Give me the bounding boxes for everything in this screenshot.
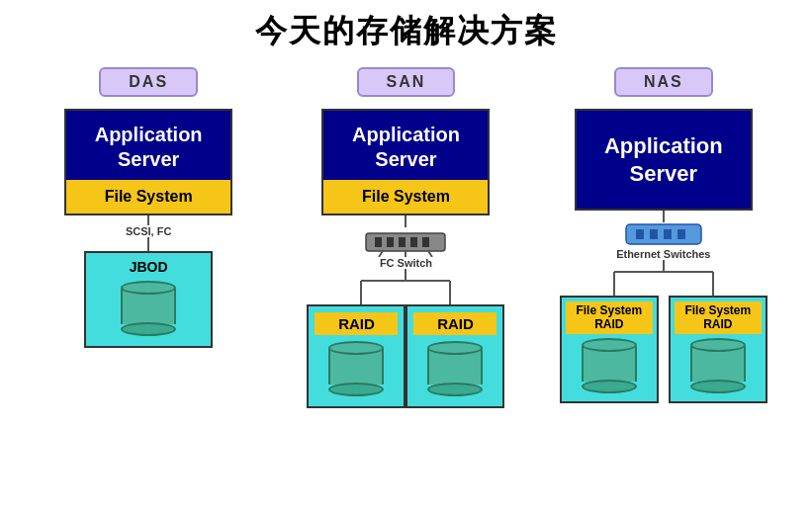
san-app-server-top: ApplicationServer [323, 111, 488, 180]
nas-connector-top: Ethernet Switches [565, 211, 763, 296]
nas-column: NAS ApplicationServer Ethernet Sw [545, 67, 782, 403]
das-line-bottom [147, 237, 149, 251]
san-line1 [405, 215, 406, 227]
das-jbod-label: JBOD [130, 259, 168, 275]
san-file-system: File System [323, 180, 488, 214]
das-label: DAS [99, 67, 198, 97]
das-cylinder [121, 281, 176, 336]
san-column: SAN ApplicationServer File System [287, 67, 524, 408]
das-jbod-box: JBOD [84, 251, 213, 348]
san-raid-box-2: RAID [406, 304, 504, 408]
svg-rect-15 [650, 229, 658, 239]
das-connector: SCSI, FC [126, 215, 171, 251]
san-cyl-2 [427, 341, 483, 396]
nas-raid-box-2: File SystemRAID [669, 296, 767, 403]
nas-line1 [663, 211, 665, 222]
nas-raid-pair: File SystemRAID File SystemRAID [555, 296, 772, 403]
svg-rect-4 [410, 237, 417, 247]
nas-eth-switch [624, 222, 703, 248]
nas-raid-label-2: File SystemRAID [675, 301, 762, 334]
nas-connector-label: Ethernet Switches [616, 248, 710, 260]
san-cyl-1 [328, 341, 384, 396]
das-file-system: File System [66, 180, 230, 214]
nas-cyl-2 [690, 338, 746, 393]
nas-label: NAS [614, 67, 713, 97]
das-app-server: ApplicationServer File System [64, 109, 232, 215]
nas-app-server: ApplicationServer [575, 109, 753, 211]
nas-fork-svg [565, 260, 763, 296]
nas-cyl1-top [582, 338, 637, 352]
das-app-server-top: ApplicationServer [66, 111, 230, 180]
san-fc-switch [361, 227, 450, 257]
das-connector-label: SCSI, FC [126, 225, 171, 237]
svg-rect-5 [422, 237, 429, 247]
das-line-top [147, 215, 149, 225]
nas-cyl2-top [690, 338, 746, 352]
svg-rect-14 [636, 229, 644, 239]
svg-rect-1 [375, 237, 382, 247]
svg-rect-3 [399, 237, 406, 247]
san-raid-pair: RAID RAID [307, 304, 504, 408]
san-app-server: ApplicationServer File System [321, 109, 490, 215]
san-fc-switch-icon [361, 227, 450, 257]
san-connector-top: FC Switch [316, 215, 495, 304]
nas-cyl-1 [582, 338, 637, 393]
page-title: 今天的存储解决方案 [10, 10, 802, 53]
das-column: DAS ApplicationServer File System SCSI, … [30, 67, 267, 348]
san-fork-svg [316, 269, 495, 304]
san-cyl1-bottom [328, 383, 384, 396]
nas-raid-box-1: File SystemRAID [560, 296, 659, 403]
das-cyl-bottom [121, 322, 176, 336]
svg-rect-16 [664, 229, 672, 239]
nas-cyl2-bottom [690, 380, 746, 393]
san-cyl2-bottom [427, 383, 483, 396]
san-raid-label-2: RAID [413, 312, 496, 335]
page: 今天的存储解决方案 DAS ApplicationServer File Sys… [0, 0, 812, 514]
nas-eth-switch-icon [624, 222, 703, 248]
nas-raid-label-1: File SystemRAID [566, 301, 653, 334]
nas-app-server-top: ApplicationServer [577, 111, 751, 209]
san-label: SAN [357, 67, 456, 97]
san-raid-label-1: RAID [315, 312, 398, 335]
svg-rect-17 [677, 229, 685, 239]
san-connector-label: FC Switch [380, 257, 432, 269]
nas-cyl1-bottom [582, 380, 637, 393]
san-raid-box-1: RAID [307, 304, 406, 408]
columns-container: DAS ApplicationServer File System SCSI, … [10, 67, 802, 408]
das-cyl-top [121, 281, 176, 295]
svg-rect-2 [387, 237, 394, 247]
